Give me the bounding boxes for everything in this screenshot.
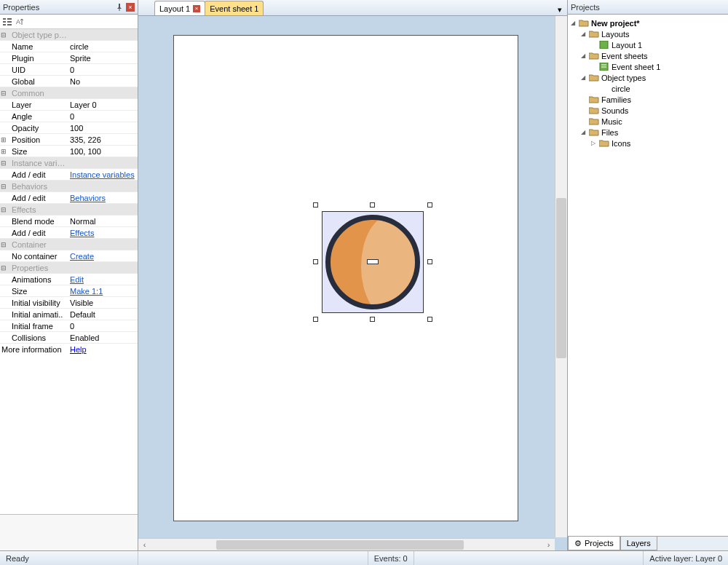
expand-icon[interactable]: ⊞ [0, 136, 7, 143]
prop-coll-key: Collisions [7, 333, 67, 342]
prop-vis-key: Initial visibility [7, 299, 67, 307]
behaviors-link[interactable]: Behaviors [70, 194, 106, 202]
tree-layouts[interactable]: ◢Layouts [569, 28, 727, 39]
origin-handle[interactable] [367, 259, 379, 264]
categorize-icon[interactable] [3, 17, 12, 26]
prop-opacity-value[interactable]: 100 [67, 124, 138, 133]
prop-plugin-key: Plugin [7, 54, 67, 63]
status-active-layer: Active layer: Layer 0 [644, 551, 728, 565]
collapse-icon[interactable]: ⊟ [0, 31, 7, 39]
properties-toolbar: A [0, 15, 138, 29]
instance-variables-link[interactable]: Instance variables [70, 170, 135, 179]
resize-handle-tc[interactable] [370, 202, 375, 208]
resize-handle-br[interactable] [427, 317, 432, 322]
prop-iv-addedit-key: Add / edit [7, 170, 67, 179]
folder-open-icon [589, 128, 599, 137]
pin-icon[interactable] [115, 3, 124, 12]
collapse-icon[interactable]: ⊟ [0, 264, 7, 272]
folder-open-icon [589, 74, 599, 82]
group-effects: Effects [7, 205, 67, 214]
prop-global-key: Global [7, 77, 67, 86]
status-ready: Ready [0, 551, 138, 565]
prop-iframe-value[interactable]: 0 [67, 322, 138, 331]
edit-animations-link[interactable]: Edit [70, 275, 84, 284]
selected-sprite[interactable] [322, 211, 424, 313]
sort-icon[interactable]: A [16, 17, 26, 26]
tree-files[interactable]: ◢Files [569, 127, 727, 138]
prop-name-value[interactable]: circle [67, 42, 138, 51]
prop-ianim-value[interactable]: Default [67, 310, 138, 319]
vscroll-thumb[interactable] [556, 198, 566, 358]
close-panel-button[interactable]: × [126, 3, 135, 12]
resize-handle-ml[interactable] [313, 259, 318, 264]
expand-icon[interactable]: ⊞ [0, 148, 7, 155]
prop-position-value[interactable]: 335, 226 [67, 135, 138, 144]
resize-handle-mr[interactable] [427, 259, 432, 264]
rtab-layers[interactable]: Layers [620, 537, 657, 550]
gear-icon: ⚙ [574, 539, 582, 548]
projects-panel: Projects ◢New project* ◢Layouts Layout 1… [568, 0, 728, 550]
make-1to1-link[interactable]: Make 1:1 [70, 287, 103, 296]
prop-layer-key: Layer [7, 100, 67, 109]
collapse-icon[interactable]: ⊟ [0, 241, 7, 248]
group-container: Container [7, 240, 67, 249]
effects-link[interactable]: Effects [70, 229, 94, 237]
prop-coll-value[interactable]: Enabled [67, 333, 138, 342]
horizontal-scrollbar[interactable]: ‹ › [138, 538, 555, 550]
tree-eventsheet1[interactable]: Event sheet 1 [569, 61, 727, 72]
svg-rect-7 [600, 41, 608, 49]
prop-vis-value[interactable]: Visible [67, 299, 138, 307]
tree-eventsheets[interactable]: ◢Event sheets [569, 50, 727, 61]
group-instance-vars: Instance variables [7, 159, 67, 167]
tree-circle[interactable]: circle [569, 83, 727, 94]
status-spacer [138, 551, 368, 565]
folder-open-icon [589, 52, 599, 60]
hscroll-thumb[interactable] [216, 540, 464, 550]
tab-eventsheet1[interactable]: Event sheet 1 [205, 1, 264, 15]
prop-uid-key: UID [7, 66, 67, 74]
tree-project-root[interactable]: ◢New project* [569, 17, 727, 28]
prop-angle-key: Angle [7, 112, 67, 121]
collapse-icon[interactable]: ⊟ [0, 206, 7, 213]
layout-canvas[interactable]: ‹ › [138, 16, 567, 550]
tab-layout1[interactable]: Layout 1 × [154, 1, 205, 15]
resize-handle-tl[interactable] [313, 202, 318, 208]
tree-icons[interactable]: ▷Icons [569, 138, 727, 149]
project-tree: ◢New project* ◢Layouts Layout 1 ◢Event s… [568, 15, 728, 536]
prop-blend-value[interactable]: Normal [67, 217, 138, 226]
create-container-link[interactable]: Create [70, 252, 94, 261]
folder-icon [589, 106, 599, 115]
resize-handle-bc[interactable] [370, 317, 375, 322]
hscroll-right-arrow[interactable]: › [542, 540, 555, 549]
prop-size-value[interactable]: 100, 100 [67, 147, 138, 156]
prop-angle-value[interactable]: 0 [67, 112, 138, 121]
prop-blend-key: Blend mode [7, 217, 67, 226]
property-description-area [0, 514, 138, 550]
tabs-dropdown-icon[interactable]: ▾ [555, 5, 564, 14]
prop-uid-value: 0 [67, 66, 138, 74]
tree-families[interactable]: Families [569, 94, 727, 105]
prop-opacity-key: Opacity [7, 124, 67, 133]
resize-handle-bl[interactable] [313, 317, 318, 322]
prop-layer-value[interactable]: Layer 0 [67, 100, 138, 109]
prop-plugin-value: Sprite [67, 54, 138, 63]
tree-layout1[interactable]: Layout 1 [569, 39, 727, 50]
help-link[interactable]: Help [70, 345, 87, 354]
prop-global-value[interactable]: No [67, 77, 138, 86]
close-tab-icon[interactable]: × [193, 5, 200, 12]
hscroll-left-arrow[interactable]: ‹ [138, 540, 151, 549]
svg-rect-1 [3, 21, 6, 23]
object-icon [599, 84, 609, 93]
properties-panel: Properties × A ⊟Object type properties N… [0, 0, 138, 550]
tree-music[interactable]: Music [569, 116, 727, 127]
tree-objtypes[interactable]: ◢Object types [569, 72, 727, 83]
collapse-icon[interactable]: ⊟ [0, 183, 7, 190]
tree-sounds[interactable]: Sounds [569, 105, 727, 116]
resize-handle-tr[interactable] [427, 202, 432, 208]
collapse-icon[interactable]: ⊟ [0, 159, 7, 167]
collapse-icon[interactable]: ⊟ [0, 90, 7, 97]
rtab-projects[interactable]: ⚙Projects [568, 537, 620, 550]
folder-icon [589, 117, 599, 126]
vertical-scrollbar[interactable] [555, 16, 567, 537]
svg-rect-0 [3, 18, 6, 20]
